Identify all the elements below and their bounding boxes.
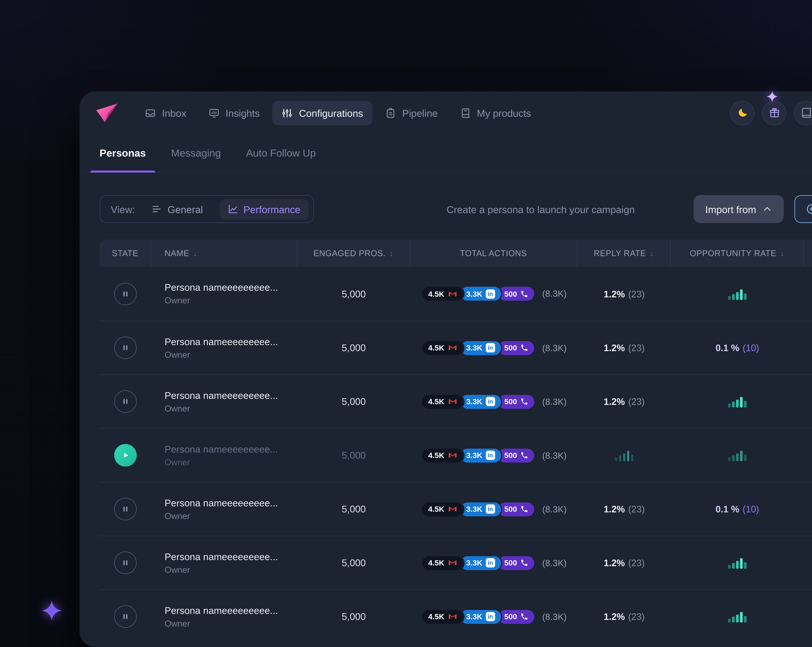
helper-text: Create a persona to launch your campaign bbox=[314, 203, 693, 215]
reply-rate-count: (23) bbox=[628, 396, 645, 407]
reply-rate-count: (23) bbox=[628, 611, 645, 622]
pause-icon bbox=[119, 395, 131, 407]
sparkle-decoration bbox=[42, 601, 62, 621]
linkedin-actions-pill: 3.3K in bbox=[459, 285, 502, 302]
phone-actions-pill: 500 bbox=[497, 608, 536, 625]
opportunity-rate-cell: 0.1 %(10) bbox=[671, 504, 804, 514]
reply-rate-cell: 1.2%(23) bbox=[577, 342, 671, 353]
nav-item-label: My products bbox=[477, 107, 531, 118]
docs-button[interactable] bbox=[794, 101, 812, 125]
sort-arrow-icon: ↓ bbox=[194, 249, 197, 257]
table-row[interactable]: Persona nameeeeeeeee... Owner 5,000 4.5K… bbox=[99, 428, 812, 482]
table-row[interactable]: Persona nameeeeeeeee... Owner 5,000 4.5K… bbox=[99, 374, 812, 428]
reply-rate-cell: 1.2%(23) bbox=[577, 504, 671, 514]
view-option-performance[interactable]: Performance bbox=[220, 199, 308, 220]
desktop-background: Inbox Insights Configurations Pipeline M… bbox=[0, 0, 812, 647]
linkedin-actions-pill: 3.3K in bbox=[459, 447, 502, 464]
nav-item-configurations[interactable]: Configurations bbox=[272, 101, 372, 125]
table-body: Persona nameeeeeeeee... Owner 5,000 4.5K… bbox=[99, 267, 812, 643]
sliders-icon bbox=[282, 107, 293, 118]
list-icon bbox=[151, 204, 162, 214]
nav-item-insights[interactable]: Insights bbox=[199, 101, 269, 125]
opportunity-rate-cell bbox=[671, 288, 804, 300]
persona-name: Persona nameeeeeeeee... bbox=[165, 605, 278, 615]
email-actions-pill: 4.5K bbox=[421, 501, 464, 517]
column-header-engaged[interactable]: ENGAGED PROS.↓ bbox=[298, 240, 410, 267]
pause-state-button[interactable] bbox=[114, 336, 137, 359]
persona-owner: Owner bbox=[165, 511, 190, 521]
tab-personas[interactable]: Personas bbox=[99, 134, 146, 172]
email-actions-pill: 4.5K bbox=[421, 608, 464, 625]
pause-state-button[interactable] bbox=[114, 605, 137, 628]
total-actions-count: (8.3K) bbox=[542, 558, 566, 568]
persona-name: Persona nameeeeeeeee... bbox=[165, 282, 278, 293]
mini-bar-chart bbox=[728, 288, 746, 300]
section-tabs: Personas Messaging Auto Follow Up bbox=[79, 134, 812, 172]
nav-item-label: Configurations bbox=[299, 107, 363, 118]
linkedin-actions-value: 3.3K bbox=[466, 398, 482, 406]
column-header-reply-rate[interactable]: REPLY RATE↓ bbox=[577, 240, 671, 267]
reply-rate-value: 1.2% bbox=[604, 504, 625, 514]
linkedin-actions-value: 3.3K bbox=[466, 505, 482, 513]
phone-actions-value: 500 bbox=[504, 613, 517, 621]
nav-item-inbox[interactable]: Inbox bbox=[136, 101, 196, 125]
tab-auto-follow-up[interactable]: Auto Follow Up bbox=[246, 134, 316, 172]
nav-item-pipeline[interactable]: Pipeline bbox=[376, 101, 447, 125]
email-actions-value: 4.5K bbox=[428, 398, 444, 406]
gmail-icon bbox=[448, 558, 457, 568]
column-header-status[interactable]: STATUS↓ bbox=[804, 240, 812, 267]
products-icon bbox=[459, 107, 471, 118]
play-state-button[interactable] bbox=[114, 444, 137, 467]
import-from-button[interactable]: Import from bbox=[693, 195, 784, 223]
persona-owner: Owner bbox=[165, 349, 190, 359]
email-actions-value: 4.5K bbox=[428, 613, 444, 621]
pause-state-button[interactable] bbox=[114, 390, 137, 413]
tab-messaging[interactable]: Messaging bbox=[171, 134, 221, 172]
pause-state-button[interactable] bbox=[114, 282, 137, 305]
theme-toggle-button[interactable] bbox=[730, 101, 754, 125]
column-header-opportunity-rate[interactable]: OPPORTUNITY RATE↓ bbox=[671, 240, 804, 267]
opportunity-rate-cell bbox=[671, 557, 804, 569]
email-actions-pill: 4.5K bbox=[421, 339, 464, 356]
view-option-label: Performance bbox=[243, 203, 301, 215]
phone-icon bbox=[520, 290, 528, 298]
table-row[interactable]: Persona nameeeeeeeee... Owner 5,000 4.5K… bbox=[99, 589, 812, 643]
opportunity-rate-count: (10) bbox=[743, 342, 759, 353]
book-icon bbox=[800, 107, 812, 119]
view-option-general[interactable]: General bbox=[143, 199, 211, 220]
import-from-label: Import from bbox=[705, 203, 756, 215]
persona-name: Persona nameeeeeeeee... bbox=[165, 497, 278, 508]
column-header-name[interactable]: NAME↓ bbox=[151, 240, 298, 267]
phone-actions-value: 500 bbox=[504, 344, 517, 352]
table-row[interactable]: Persona nameeeeeeeee... Owner 5,000 4.5K… bbox=[99, 482, 812, 536]
sparkle-decoration bbox=[766, 91, 778, 102]
reply-rate-cell bbox=[577, 449, 671, 461]
engaged-prospects-value: 5,000 bbox=[298, 342, 410, 353]
linkedin-actions-pill: 3.3K in bbox=[459, 608, 502, 625]
sort-arrow-icon: ↓ bbox=[780, 249, 784, 257]
phone-icon bbox=[520, 559, 528, 567]
engaged-prospects-value: 5,000 bbox=[298, 557, 410, 568]
pause-state-button[interactable] bbox=[114, 498, 137, 520]
column-header-state: STATE bbox=[99, 240, 151, 267]
total-actions-count: (8.3K) bbox=[542, 612, 566, 621]
mini-bar-chart bbox=[728, 449, 746, 461]
table-row[interactable]: Persona nameeeeeeeee... Owner 5,000 4.5K… bbox=[99, 267, 812, 320]
persona-name: Persona nameeeeeeeee... bbox=[165, 444, 278, 454]
nav-item-my-products[interactable]: My products bbox=[450, 101, 540, 125]
app-logo[interactable] bbox=[96, 103, 118, 123]
pause-icon bbox=[119, 503, 131, 515]
email-actions-value: 4.5K bbox=[428, 559, 444, 567]
pause-state-button[interactable] bbox=[114, 551, 137, 574]
rewards-button[interactable] bbox=[762, 101, 786, 125]
view-option-label: General bbox=[168, 203, 203, 215]
phone-icon bbox=[520, 451, 528, 459]
email-actions-value: 4.5K bbox=[428, 451, 444, 459]
personas-table: STATE NAME↓ ENGAGED PROS.↓ TOTAL ACTIONS… bbox=[99, 240, 812, 643]
table-row[interactable]: Persona nameeeeeeeee... Owner 5,000 4.5K… bbox=[99, 320, 812, 374]
phone-actions-pill: 500 bbox=[497, 339, 536, 356]
find-perfect-persona-button[interactable]: Find the perfect persona bbox=[795, 195, 812, 223]
sort-arrow-icon: ↓ bbox=[389, 249, 394, 257]
email-actions-pill: 4.5K bbox=[421, 447, 464, 464]
table-row[interactable]: Persona nameeeeeeeee... Owner 5,000 4.5K… bbox=[99, 536, 812, 589]
